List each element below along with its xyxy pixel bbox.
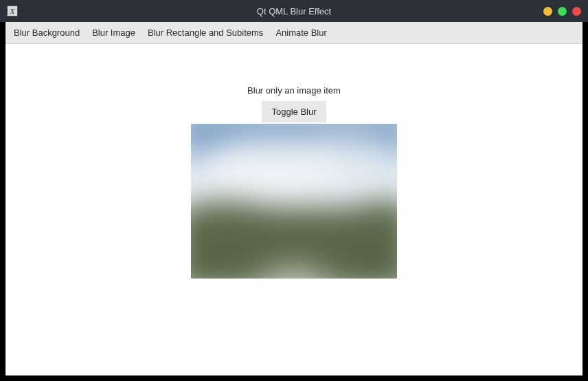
close-button[interactable] xyxy=(572,7,581,16)
tab-blur-background[interactable]: Blur Background xyxy=(11,23,82,42)
page-heading: Blur only an image item xyxy=(247,85,341,96)
maximize-button[interactable] xyxy=(558,7,567,16)
blurred-image xyxy=(191,124,397,279)
tabbar: Blur Background Blur Image Blur Rectangl… xyxy=(5,22,583,44)
window-controls xyxy=(543,7,581,16)
system-menu-glyph: X xyxy=(10,7,14,15)
client-area: Blur Background Blur Image Blur Rectangl… xyxy=(5,22,583,375)
svg-point-2 xyxy=(286,132,397,179)
window-title: Qt QML Blur Effect xyxy=(257,6,331,17)
titlebar: X Qt QML Blur Effect xyxy=(0,0,588,22)
system-menu-icon[interactable]: X xyxy=(7,6,18,17)
tab-blur-rectangle[interactable]: Blur Rectangle and Subitems xyxy=(145,23,266,42)
toggle-blur-button[interactable]: Toggle Blur xyxy=(262,101,326,122)
landscape-icon xyxy=(191,124,397,279)
tab-animate-blur[interactable]: Animate Blur xyxy=(273,23,329,42)
content-area: Blur only an image item Toggle Blur xyxy=(5,44,583,279)
app-window: X Qt QML Blur Effect Blur Background Blu… xyxy=(0,0,588,381)
tab-blur-image[interactable]: Blur Image xyxy=(89,23,138,42)
minimize-button[interactable] xyxy=(543,7,552,16)
